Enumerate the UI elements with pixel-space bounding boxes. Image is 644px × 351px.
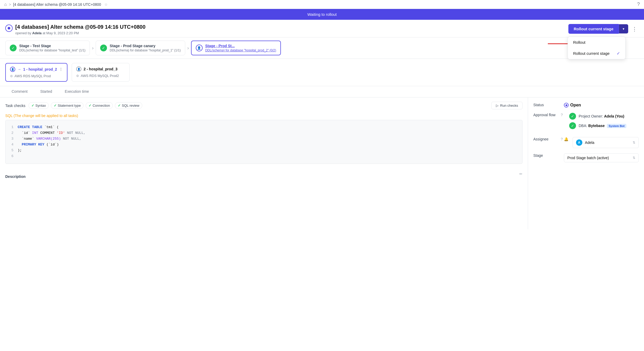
line-num-6: 6 xyxy=(10,153,13,159)
check-badge-statement-type[interactable]: ✓ Statement type xyxy=(51,102,84,109)
check-icon: ✓ xyxy=(617,51,620,56)
home-icon[interactable]: ⌂ xyxy=(4,2,7,7)
status-value: Open xyxy=(564,103,581,108)
stage-chevron-icon: ⇅ xyxy=(633,156,635,160)
stage-sub-1: DDL(schema) for database "hospital_test"… xyxy=(19,48,85,52)
status-circle-icon xyxy=(5,25,13,32)
assignee-help-icon[interactable]: ? xyxy=(561,137,563,141)
code-content-4: PRIMARY KEY (`id`) xyxy=(18,142,59,148)
approval-flow-label: Approval flow xyxy=(533,113,560,117)
stage-value: Prod Stage batch (active) xyxy=(567,156,609,160)
check-badge-sql-review[interactable]: ✓ SQL review xyxy=(115,102,142,109)
stage-sub-3[interactable]: DDL(schema) for database "hospital_prod_… xyxy=(205,48,276,52)
star-icon[interactable]: ☆ xyxy=(104,2,108,7)
sql-review-tick: ✓ xyxy=(118,104,121,108)
db-more-icon-1[interactable]: ⋮ xyxy=(59,67,63,71)
approval-flow-items: ✓ Project Owner: Adela (You) ✓ DBA: Byte… xyxy=(569,113,626,132)
status-row: Status Open xyxy=(533,103,639,108)
code-content-3: `name` VARCHAR(255) NOT NULL, xyxy=(18,136,81,142)
db-engine-1: ⚙ AWS RDS MySQL Prod xyxy=(10,74,63,78)
stage-info-2: Stage - Prod Stage canary DDL(schema) fo… xyxy=(110,44,180,52)
db-card-1[interactable]: 👤 → 1 - hospital_prod_2 ⋮ ⚙ AWS RDS MySQ… xyxy=(5,63,67,82)
code-content-5: ); xyxy=(18,148,22,153)
more-options-button[interactable]: ⋮ xyxy=(630,25,639,33)
code-content-1: CREATE TABLE `tm1` ( xyxy=(18,124,59,130)
breadcrumb-title: [4 databases] Alter schema @05-09 14:16 … xyxy=(13,2,101,7)
description-edit-icon[interactable]: ✏ xyxy=(519,172,523,176)
description-label: Description xyxy=(5,174,26,179)
dropdown-item-rollout-current-stage[interactable]: Rollout current stage ✓ xyxy=(568,48,625,59)
code-editor[interactable]: 1 CREATE TABLE `tm1` ( 2 `id` INT COMMEN… xyxy=(5,120,523,164)
db-user-icon-2: 👤 xyxy=(76,66,81,72)
assignee-select[interactable]: A Adela ⇅ xyxy=(573,137,639,148)
right-panel: Status Open Approval flow ? ✓ Project Ow… xyxy=(528,97,644,229)
stage-done-icon-2: ✓ xyxy=(100,45,107,51)
check-badge-connection[interactable]: ✓ Connection xyxy=(86,102,113,109)
stage-card-test[interactable]: ✓ Stage - Test Stage DDL(schema) for dat… xyxy=(5,41,90,55)
assignee-name: Adela xyxy=(585,140,594,145)
db-card-2[interactable]: 👤 2 - hospital_prod_3 ⚙ AWS RDS MySQL Pr… xyxy=(72,63,130,82)
stage-card-canary[interactable]: ✓ Stage - Prod Stage canary DDL(schema) … xyxy=(96,41,185,55)
dropdown-item-rollout[interactable]: Rollout xyxy=(568,37,625,48)
stage-card-prod[interactable]: 👤 Stage - Prod St... DDL(schema) for dat… xyxy=(191,41,281,55)
sql-note: (The change will be applied to all tasks… xyxy=(13,114,78,118)
assignee-bell-icon[interactable]: 🔔 xyxy=(564,137,568,141)
stage-sub-2: DDL(schema) for database "hospital_prod_… xyxy=(110,48,180,52)
stage-arrow-2: › xyxy=(185,41,191,55)
task-checks-row: Task checks ✓ Syntax ✓ Statement type ✓ … xyxy=(5,102,523,109)
tab-comment[interactable]: Comment xyxy=(5,86,34,97)
db-engine-icon-1: ⚙ xyxy=(10,74,13,78)
stage-select[interactable]: Prod Stage batch (active) ⇅ xyxy=(564,153,639,162)
code-line-6: 6 xyxy=(10,153,518,159)
top-nav: ⌂ > [4 databases] Alter schema @05-09 14… xyxy=(0,0,644,9)
status-open-icon xyxy=(564,103,569,108)
main-content: Task checks ✓ Syntax ✓ Statement type ✓ … xyxy=(0,97,644,229)
approval-check-2: ✓ xyxy=(569,122,576,129)
run-checks-button[interactable]: ▷ Run checks xyxy=(491,102,523,109)
stage-arrow-1: › xyxy=(90,41,96,55)
page-header: [4 databases] Alter schema @05-09 14:16 … xyxy=(0,20,644,37)
check-badge-syntax[interactable]: ✓ Syntax xyxy=(28,102,49,109)
statement-type-tick: ✓ xyxy=(54,104,57,108)
assignee-row-container: Assignee ? 🔔 A Adela ⇅ xyxy=(533,137,639,148)
syntax-tick: ✓ xyxy=(31,104,34,108)
rollout-btn-group: Rollout current stage ▾ ⋮ Rollout Rollou… xyxy=(568,24,639,34)
rollout-caret-button[interactable]: ▾ xyxy=(619,24,628,33)
code-line-5: 5 ); xyxy=(10,148,518,153)
task-checks-label: Task checks xyxy=(5,104,25,108)
code-line-1: 1 CREATE TABLE `tm1` ( xyxy=(10,124,518,130)
tab-execution-time[interactable]: Execution time xyxy=(58,86,95,97)
breadcrumb-sep: > xyxy=(9,2,11,7)
code-line-4: 4 PRIMARY KEY (`id`) xyxy=(10,142,518,148)
line-num-1: 1 xyxy=(10,124,13,130)
db-arrow-1: → xyxy=(17,67,21,71)
code-content-2: `id` INT COMMENT 'ID' NOT NULL, xyxy=(18,130,85,136)
tabs-row: Comment Started Execution time xyxy=(0,86,644,97)
sql-label: SQL (The change will be applied to all t… xyxy=(5,114,523,118)
connection-tick: ✓ xyxy=(89,104,91,108)
stage-title-3[interactable]: Stage - Prod St... xyxy=(205,44,276,48)
approval-check-1: ✓ xyxy=(569,113,576,120)
line-num-2: 2 xyxy=(10,130,13,136)
waiting-banner: Waiting to rollout xyxy=(0,9,644,20)
stage-user-icon-3: 👤 xyxy=(196,45,203,51)
approval-item-1: ✓ Project Owner: Adela (You) xyxy=(569,113,626,120)
db-engine-icon-2: ⚙ xyxy=(76,74,79,78)
stage-title-1: Stage - Test Stage xyxy=(19,44,85,48)
stage-row: Stage Prod Stage batch (active) ⇅ xyxy=(533,153,639,162)
rollout-current-stage-button[interactable]: Rollout current stage xyxy=(568,24,619,34)
db-card-title-1: 👤 → 1 - hospital_prod_2 ⋮ xyxy=(10,67,63,72)
approval-flow-help-icon[interactable]: ? xyxy=(561,113,563,117)
tab-started[interactable]: Started xyxy=(34,86,58,97)
line-num-5: 5 xyxy=(10,148,13,153)
code-line-3: 3 `name` VARCHAR(255) NOT NULL, xyxy=(10,136,518,142)
help-icon[interactable]: ? xyxy=(637,2,640,7)
opened-by: opened by Adela at May 9, 2023 2:20 PM xyxy=(15,31,568,35)
db-card-title-2: 👤 2 - hospital_prod_3 xyxy=(76,66,125,72)
db-num-1: 1 - hospital_prod_2 xyxy=(23,67,57,71)
run-checks-play-icon: ▷ xyxy=(496,104,499,108)
assignee-avatar: A xyxy=(576,139,582,146)
page-title: [4 databases] Alter schema @05-09 14:16 … xyxy=(15,24,568,30)
assignee-value-row: A Adela xyxy=(576,139,594,146)
stage-info-3: Stage - Prod St... DDL(schema) for datab… xyxy=(205,44,276,52)
